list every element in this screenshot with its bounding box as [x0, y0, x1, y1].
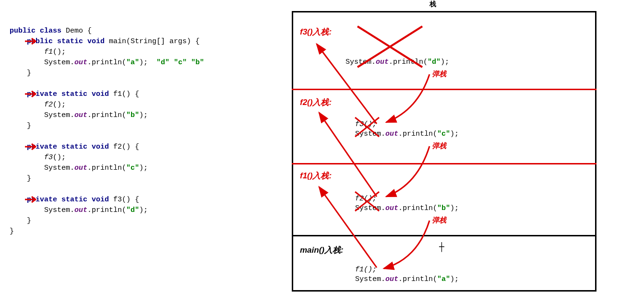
frame-f2-code: f3(); System.out.println("c"); [355, 120, 459, 139]
pop-label: 弹栈 [432, 216, 446, 225]
frame-f1-label: f1()入栈: [300, 170, 332, 181]
arrow-icon [25, 91, 39, 97]
source-code: public class Demo { public static void m… [10, 15, 204, 237]
cursor-icon: ┼ [439, 242, 444, 252]
frame-f3-code: System.out.println("d"); [346, 58, 449, 67]
arrow-icon [25, 196, 39, 203]
frame-f1-code: f2(); System.out.println("b"); [355, 194, 459, 213]
pop-label: 弹栈 [432, 141, 446, 151]
pop-label: 弹栈 [432, 70, 446, 79]
arrow-icon [25, 143, 39, 150]
divider [292, 89, 596, 90]
frame-f2-label: f2()入栈: [300, 97, 332, 108]
frame-f3-label: f3()入栈: [300, 26, 332, 37]
divider [292, 163, 596, 164]
frame-main-label: main()入栈: [300, 245, 344, 256]
divider [292, 235, 596, 236]
frame-main-code: f1(); System.out.println("a"); [355, 265, 459, 284]
arrow-icon [25, 38, 39, 45]
stack-title: 栈 [429, 0, 436, 9]
